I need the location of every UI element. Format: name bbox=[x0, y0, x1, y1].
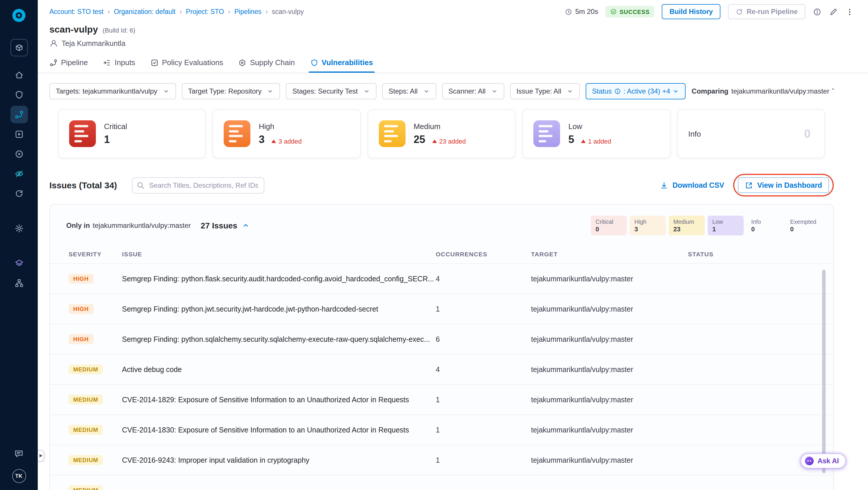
group-issue-count: 27 Issues bbox=[201, 221, 237, 230]
chevron-down-icon bbox=[491, 88, 498, 95]
targets-filter-dropdown[interactable]: Targets: tejakummarikuntla/vulpy bbox=[50, 83, 176, 99]
person-icon bbox=[50, 39, 58, 48]
page-title: scan-vulpy bbox=[50, 24, 98, 35]
sidebar-item-settings[interactable] bbox=[10, 220, 28, 237]
breadcrumb-organization[interactable]: Organization: default bbox=[114, 8, 186, 15]
issue-type-filter-dropdown[interactable]: Issue Type: All bbox=[510, 83, 580, 99]
table-row[interactable]: MEDIUM Active debug code 4 tejakummariku… bbox=[50, 354, 833, 384]
breadcrumb-account[interactable]: Account: STO test bbox=[50, 8, 114, 15]
issues-toolbar: Issues (Total 34) Download CSV View in D… bbox=[50, 174, 834, 196]
gear-icon bbox=[14, 224, 24, 233]
severity-badge: MEDIUM bbox=[68, 485, 103, 490]
breadcrumb-pipelines[interactable]: Pipelines bbox=[235, 8, 272, 15]
sidebar-item-home[interactable] bbox=[10, 66, 28, 84]
chip-medium[interactable]: Medium23 bbox=[669, 216, 705, 236]
trend-added: 3 added bbox=[272, 137, 302, 145]
build-duration: 5m 20s bbox=[565, 7, 598, 16]
sidebar-item-security-tests[interactable] bbox=[10, 86, 28, 103]
tab-supply-chain[interactable]: Supply Chain bbox=[238, 52, 295, 73]
hexagon-node-icon bbox=[238, 58, 246, 66]
tab-policy-evaluations[interactable]: Policy Evaluations bbox=[150, 52, 223, 73]
sidebar-item-pipelines[interactable] bbox=[10, 106, 28, 123]
pipeline-icon bbox=[50, 58, 58, 66]
scanner-filter-dropdown[interactable]: Scanner: All bbox=[442, 83, 504, 99]
expand-panel-handle[interactable] bbox=[38, 450, 44, 461]
more-options-button[interactable] bbox=[845, 7, 854, 16]
stages-filter-dropdown[interactable]: Stages: Security Test bbox=[286, 83, 376, 99]
chip-info[interactable]: Info0 bbox=[747, 216, 783, 236]
module-switcher-button[interactable] bbox=[10, 39, 28, 56]
table-row[interactable]: HIGH Semgrep Finding: python.flask.secur… bbox=[50, 263, 833, 294]
severity-summary-cards: Critical 1 High 3 3 added bbox=[58, 109, 825, 158]
tab-inputs[interactable]: Inputs bbox=[103, 52, 135, 73]
user-avatar[interactable]: TK bbox=[12, 469, 26, 483]
info-circle-icon bbox=[813, 7, 822, 16]
issues-title: Issues (Total 34) bbox=[50, 180, 117, 190]
table-row[interactable]: HIGH Semgrep Finding: python.sqlalchemy.… bbox=[50, 324, 833, 354]
table-row[interactable]: MEDIUM CVE-2014-1830: Exposure of Sensit… bbox=[50, 415, 833, 445]
rerun-pipeline-button[interactable]: Re-run Pipeline bbox=[728, 4, 805, 19]
tab-vulnerabilities[interactable]: Vulnerabilities bbox=[310, 52, 373, 73]
table-row[interactable]: MEDIUM bbox=[50, 475, 833, 490]
check-square-icon bbox=[150, 58, 158, 66]
chevron-down-icon bbox=[423, 88, 430, 95]
sidebar-item-targets[interactable] bbox=[10, 145, 28, 163]
pencil-icon bbox=[829, 7, 838, 16]
info-button[interactable] bbox=[813, 7, 822, 16]
chip-exempted[interactable]: Exempted0 bbox=[785, 216, 822, 236]
chip-critical[interactable]: Critical0 bbox=[591, 216, 627, 236]
tab-pipeline[interactable]: Pipeline bbox=[50, 52, 88, 73]
critical-card[interactable]: Critical 1 bbox=[58, 109, 206, 158]
main-area: Account: STO test Organization: default … bbox=[38, 0, 868, 490]
left-nav-sidebar: TK bbox=[0, 0, 38, 490]
chevron-down-icon bbox=[673, 88, 679, 95]
table-row[interactable]: MEDIUM CVE-2014-1829: Exposure of Sensit… bbox=[50, 384, 833, 415]
ask-ai-button[interactable]: Ask AI bbox=[801, 453, 846, 468]
medium-card[interactable]: Medium 25 23 added bbox=[368, 109, 516, 158]
refresh-icon bbox=[14, 189, 24, 198]
group-header: Only in tejakummarikuntla/vulpy:master 2… bbox=[50, 205, 833, 242]
sidebar-item-project-setup[interactable] bbox=[10, 274, 28, 292]
breadcrumb-current: scan-vulpy bbox=[272, 8, 304, 15]
download-csv-button[interactable]: Download CSV bbox=[660, 181, 724, 189]
search-input[interactable] bbox=[132, 177, 265, 193]
severity-badge: MEDIUM bbox=[68, 455, 103, 465]
table-row[interactable]: HIGH Semgrep Finding: python.jwt.securit… bbox=[50, 294, 833, 324]
feedback-chat-button[interactable] bbox=[14, 448, 24, 459]
chip-low[interactable]: Low1 bbox=[708, 216, 744, 236]
view-in-dashboard-button[interactable]: View in Dashboard bbox=[738, 177, 829, 193]
info-count: 0 bbox=[804, 127, 814, 141]
info-circle-icon bbox=[614, 88, 621, 95]
low-card[interactable]: Low 5 1 added bbox=[522, 109, 670, 158]
collapse-group-button[interactable] bbox=[242, 221, 250, 229]
target-type-filter-dropdown[interactable]: Target Type: Repository bbox=[182, 83, 280, 99]
trend-added: 23 added bbox=[432, 137, 466, 145]
sidebar-item-get-started[interactable] bbox=[10, 185, 28, 202]
table-row[interactable]: MEDIUM CVE-2016-9243: Improper input val… bbox=[50, 445, 833, 475]
sidebar-item-executions[interactable] bbox=[10, 126, 28, 143]
status-badge: SUCCESS bbox=[606, 6, 654, 18]
severity-badge: MEDIUM bbox=[68, 425, 103, 435]
chip-high[interactable]: High3 bbox=[630, 216, 666, 236]
harness-logo-icon[interactable] bbox=[11, 7, 27, 23]
high-card[interactable]: High 3 3 added bbox=[213, 109, 361, 158]
clock-icon bbox=[565, 8, 572, 16]
chevron-up-icon bbox=[242, 221, 250, 229]
build-author: Teja Kummarikuntla bbox=[50, 39, 857, 48]
breadcrumb-project[interactable]: Project: STO bbox=[186, 8, 235, 15]
status-filter-dropdown[interactable]: Status : Active (34) +4 bbox=[586, 83, 686, 99]
build-history-button[interactable]: Build History bbox=[662, 4, 720, 19]
edit-pipeline-button[interactable] bbox=[829, 7, 838, 16]
chevron-down-icon bbox=[363, 88, 370, 95]
comparing-label: Comparingtejakummarikuntla/vulpy:masterT… bbox=[692, 87, 834, 95]
trend-up-icon bbox=[432, 139, 437, 143]
info-card[interactable]: Info 0 bbox=[677, 109, 825, 158]
sidebar-item-sto-module[interactable] bbox=[10, 254, 28, 272]
table-scrollbar[interactable] bbox=[822, 270, 826, 473]
home-icon bbox=[14, 70, 24, 80]
sidebar-item-test-targets[interactable] bbox=[10, 165, 28, 183]
severity-badge: MEDIUM bbox=[68, 395, 103, 404]
medium-report-icon bbox=[379, 120, 406, 147]
pipeline-tabs: Pipeline Inputs Policy Evaluations Suppl… bbox=[38, 52, 868, 73]
steps-filter-dropdown[interactable]: Steps: All bbox=[382, 83, 436, 99]
